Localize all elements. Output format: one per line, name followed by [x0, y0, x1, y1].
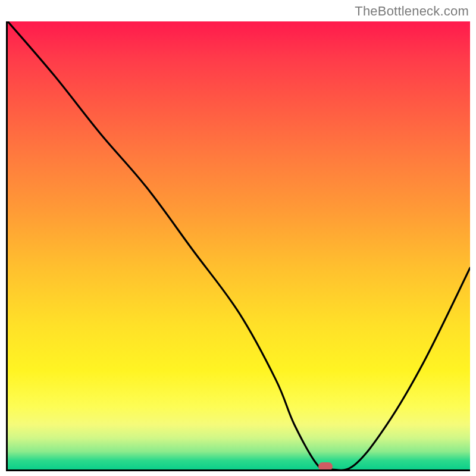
bottleneck-curve-path [8, 21, 470, 469]
attribution-text: TheBottleneck.com [355, 4, 469, 19]
curve-svg [8, 21, 470, 469]
chart-container: TheBottleneck.com [0, 0, 476, 476]
plot-area [6, 21, 470, 471]
optimal-point-marker [318, 462, 333, 471]
